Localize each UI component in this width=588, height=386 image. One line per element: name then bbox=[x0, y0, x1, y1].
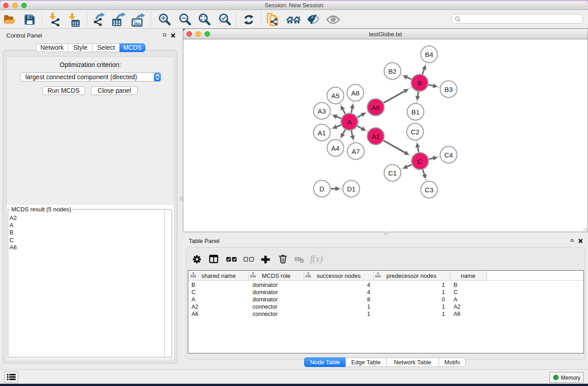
svg-text:C1: C1 bbox=[388, 169, 397, 177]
svg-text:A8: A8 bbox=[351, 89, 359, 97]
svg-text:B4: B4 bbox=[425, 51, 433, 58]
svg-text:C3: C3 bbox=[425, 186, 433, 194]
svg-text:A6: A6 bbox=[372, 104, 380, 111]
svg-text:A3: A3 bbox=[318, 107, 326, 115]
svg-text:A5: A5 bbox=[331, 92, 339, 100]
svg-text:A4: A4 bbox=[331, 144, 339, 152]
svg-text:A2: A2 bbox=[372, 133, 380, 140]
svg-text:C2: C2 bbox=[411, 128, 419, 136]
svg-text:D: D bbox=[320, 185, 325, 193]
svg-text:B: B bbox=[417, 79, 422, 87]
svg-text:B1: B1 bbox=[411, 108, 420, 116]
svg-text:C4: C4 bbox=[444, 151, 453, 159]
svg-text:B2: B2 bbox=[388, 67, 397, 75]
svg-text:A1: A1 bbox=[318, 129, 326, 137]
svg-text:C: C bbox=[418, 157, 423, 165]
svg-text:A: A bbox=[347, 118, 352, 126]
svg-text:A7: A7 bbox=[352, 148, 360, 155]
svg-text:B3: B3 bbox=[445, 86, 453, 93]
svg-text:D1: D1 bbox=[347, 185, 355, 193]
